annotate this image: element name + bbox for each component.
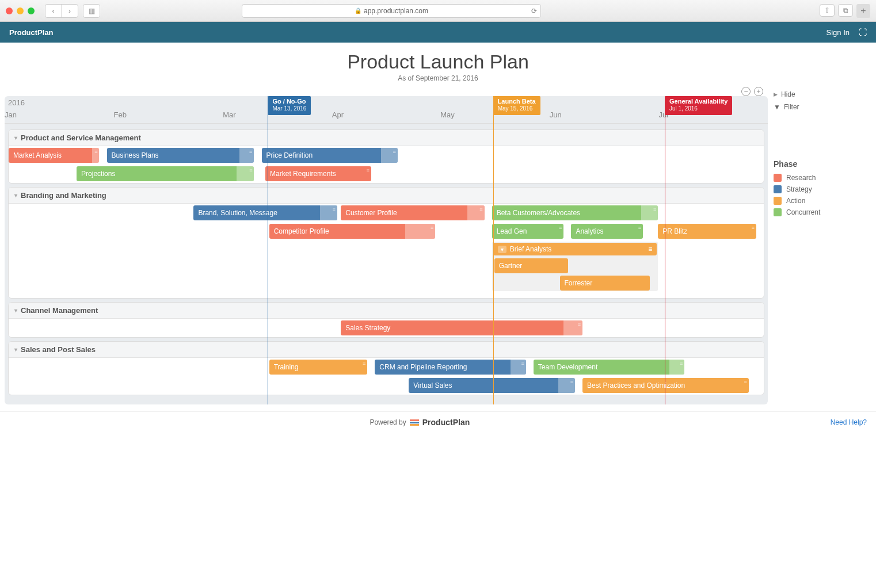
lane: ▾Channel ManagementSales Strategy≡ xyxy=(8,302,764,338)
legend-item[interactable]: Strategy xyxy=(774,184,866,195)
bar-label: Sales Strategy xyxy=(345,324,390,332)
timeline-bar[interactable]: Training≡ xyxy=(269,360,368,375)
filter-label: Filter xyxy=(784,103,799,111)
lane: ▾Branding and MarketingBrand, Solution, … xyxy=(8,187,764,299)
timeline-bar[interactable]: Customer Profile≡ xyxy=(341,205,484,220)
timeline-bar[interactable]: Projections≡ xyxy=(77,166,254,181)
month-label: May xyxy=(440,110,455,119)
app-brand: ProductPlan xyxy=(9,28,54,37)
lane-row: Virtual Sales≡Best Practices and Optimiz… xyxy=(9,376,764,395)
zoom-controls: − + xyxy=(5,85,768,96)
bar-group: ▾Brief Analysts≡GartnerForrester xyxy=(492,242,658,291)
milestone-line xyxy=(665,96,665,404)
zoom-out-button[interactable]: − xyxy=(741,87,751,96)
bar-label: Customer Profile xyxy=(345,209,397,217)
chevron-down-icon: ▾ xyxy=(14,192,17,198)
milestone-flag[interactable]: Go / No-GoMar 13, 2016 xyxy=(268,96,311,115)
lane-header[interactable]: ▾Product and Service Management xyxy=(9,130,764,146)
drag-grip-icon: ≡ xyxy=(744,379,746,385)
bar-label: Analytics xyxy=(576,227,603,235)
timeline-bar[interactable]: Analytics≡ xyxy=(571,224,643,239)
timeline-bar[interactable]: CRM and Pipeline Reporting≡ xyxy=(375,360,525,375)
filter-toggle[interactable]: ▼ Filter xyxy=(774,101,866,113)
footer-brand: ProductPlan xyxy=(422,418,470,427)
legend-swatch xyxy=(774,197,782,205)
close-window-icon[interactable] xyxy=(6,7,13,14)
hide-toggle[interactable]: ▶ Hide xyxy=(774,88,866,101)
sidebar-icon: ▥ xyxy=(83,5,100,17)
lane-header[interactable]: ▾Sales and Post Sales xyxy=(9,342,764,358)
forward-button[interactable]: › xyxy=(62,5,78,17)
bar-label: Brand, Solution, Message xyxy=(198,209,277,217)
app-header: ProductPlan Sign In ⛶ xyxy=(0,22,876,43)
group-title: Brief Analysts xyxy=(510,245,552,253)
page-title-block: Product Launch Plan As of September 21, … xyxy=(0,43,876,85)
milestone-line xyxy=(493,96,494,404)
timeline-bar[interactable]: Lead Gen≡ xyxy=(492,224,564,239)
drag-grip-icon: ≡ xyxy=(752,225,754,231)
page-title: Product Launch Plan xyxy=(0,51,876,73)
legend-item[interactable]: Concurrent xyxy=(774,207,866,218)
legend-label: Concurrent xyxy=(786,208,820,216)
timeline-bar[interactable]: Competitor Profile≡ xyxy=(269,224,436,239)
bar-label: Business Plans xyxy=(112,151,159,159)
group-header[interactable]: ▾Brief Analysts≡ xyxy=(493,243,657,255)
legend-title: Phase xyxy=(774,159,866,169)
new-tab-button[interactable]: + xyxy=(856,4,870,18)
milestone-name: Launch Beta xyxy=(498,98,536,105)
lane-header[interactable]: ▾Channel Management xyxy=(9,303,764,319)
lane-title: Channel Management xyxy=(21,306,98,315)
timeline-bar[interactable]: Virtual Sales≡ xyxy=(409,378,575,393)
timeline-bar[interactable]: PR Blitz≡ xyxy=(658,224,756,239)
timeline-bar[interactable]: Gartner xyxy=(494,258,568,273)
lane: ▾Sales and Post SalesTraining≡CRM and Pi… xyxy=(8,341,764,395)
help-link[interactable]: Need Help? xyxy=(831,418,867,426)
lane-header[interactable]: ▾Branding and Marketing xyxy=(9,188,764,204)
legend-item[interactable]: Action xyxy=(774,195,866,207)
drag-grip-icon: ≡ xyxy=(559,225,561,231)
sidebar-toggle[interactable]: ▥ xyxy=(83,4,100,18)
legend-item[interactable]: Research xyxy=(774,172,866,184)
lane-row: Projections≡Market Requirements≡ xyxy=(9,165,764,183)
legend-label: Research xyxy=(786,174,816,182)
timeline-bar[interactable]: Best Practices and Optimization≡ xyxy=(582,378,749,393)
drag-grip-icon: ≡ xyxy=(366,167,368,173)
timeline-bar[interactable]: Brand, Solution, Message≡ xyxy=(193,205,337,220)
page-subtitle: As of September 21, 2016 xyxy=(0,74,876,82)
timeline-bar[interactable]: Beta Customers/Advocates≡ xyxy=(492,205,658,220)
month-label: Jan xyxy=(5,110,17,119)
timeline-bar[interactable]: Market Requirements≡ xyxy=(265,166,371,181)
maximize-window-icon[interactable] xyxy=(28,7,35,14)
sign-in-link[interactable]: Sign In xyxy=(827,28,850,37)
fullscreen-icon[interactable]: ⛶ xyxy=(859,28,867,37)
lock-icon: 🔒 xyxy=(355,7,361,14)
bar-label: Beta Customers/Advocates xyxy=(497,209,580,217)
milestone-date: Jul 1, 2016 xyxy=(669,105,728,112)
address-bar[interactable]: 🔒 app.productplan.com ⟳ xyxy=(242,4,541,18)
reload-icon[interactable]: ⟳ xyxy=(531,7,537,15)
nav-back-forward: ‹ › xyxy=(45,4,78,18)
bar-label: Best Practices and Optimization xyxy=(587,381,685,390)
milestone-flag[interactable]: Launch BetaMay 15, 2016 xyxy=(493,96,540,115)
share-button[interactable]: ⇧ xyxy=(820,4,835,17)
legend-swatch xyxy=(774,208,782,216)
tabs-button[interactable]: ⧉ xyxy=(838,4,853,17)
bar-label: PR Blitz xyxy=(662,227,687,235)
milestone-date: May 15, 2016 xyxy=(498,105,536,112)
lane-row: Training≡CRM and Pipeline Reporting≡Team… xyxy=(9,358,764,376)
minimize-window-icon[interactable] xyxy=(17,7,24,14)
timeline-bar[interactable]: Sales Strategy≡ xyxy=(341,320,582,335)
milestone-flag[interactable]: General AvailabilityJul 1, 2016 xyxy=(665,96,732,115)
filter-icon: ▼ xyxy=(774,103,780,111)
month-label: Mar xyxy=(223,110,235,119)
timeline-bar[interactable]: Team Development≡ xyxy=(534,360,684,375)
timeline-bar[interactable]: Price Definition≡ xyxy=(262,148,398,163)
milestone-name: General Availability xyxy=(669,98,728,105)
timeline-bar[interactable]: Market Analysis≡ xyxy=(9,148,99,163)
footer: Powered by ProductPlan Need Help? xyxy=(0,411,876,433)
lane-body: Sales Strategy≡ xyxy=(9,319,764,337)
back-button[interactable]: ‹ xyxy=(45,5,62,17)
timeline-bar[interactable]: Forrester xyxy=(560,276,650,291)
timeline-bar[interactable]: Business Plans≡ xyxy=(107,148,254,163)
zoom-in-button[interactable]: + xyxy=(754,87,763,96)
